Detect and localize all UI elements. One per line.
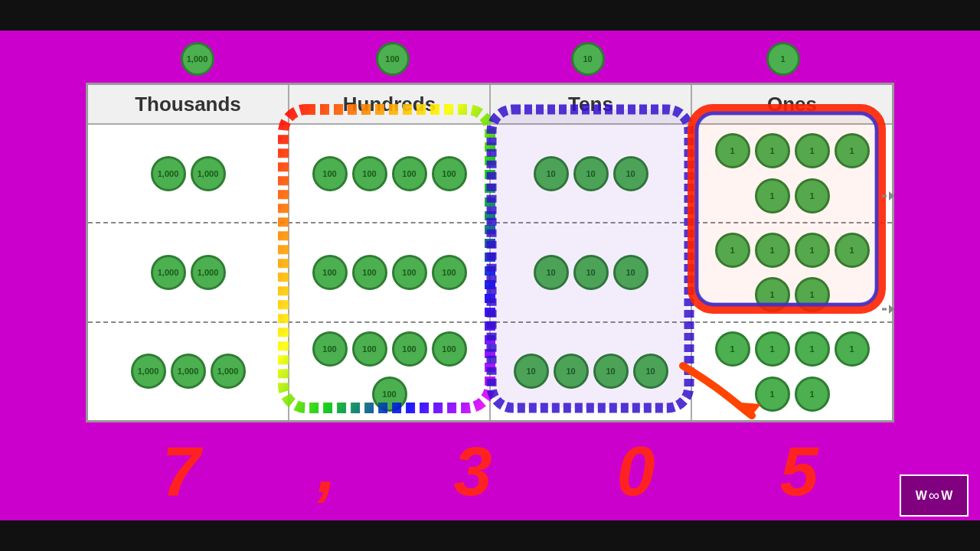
pv-coin: 100 — [392, 255, 427, 290]
cell-r3-thousands: 1,000 1,000 1,000 — [88, 323, 289, 420]
place-value-table: Thousands Hundreds Tens Ones 1,000 1,000… — [86, 83, 894, 422]
pv-coin: 10 — [534, 156, 569, 191]
cell-r2-tens: 10 10 10 — [491, 223, 692, 321]
comma-separator: , — [317, 429, 336, 514]
top-coin-tens: 10 — [571, 42, 605, 76]
cell-r1-thousands: 1,000 1,000 — [88, 125, 289, 222]
pv-coin: 1 — [835, 233, 870, 268]
pv-coin: 1,000 — [211, 354, 246, 389]
pv-coin: 1 — [755, 377, 790, 412]
pv-coin: 1 — [835, 331, 870, 367]
pv-coin: 10 — [613, 255, 648, 290]
digit-hundreds: 3 — [453, 432, 492, 511]
pv-coin: 1 — [795, 233, 830, 268]
pv-coin: 1 — [795, 133, 830, 168]
top-coin-ones: 1 — [766, 42, 800, 76]
pv-coin: 100 — [352, 156, 387, 191]
pv-coin: 1 — [715, 331, 750, 367]
pv-coin: 100 — [312, 331, 348, 367]
col-header-hundreds: Hundreds — [289, 85, 491, 123]
pv-coin: 10 — [633, 354, 668, 389]
digit-tens: 0 — [616, 432, 655, 511]
pv-coin: 1,000 — [151, 255, 186, 290]
pv-coin: 10 — [573, 156, 609, 191]
pv-coin: 1,000 — [191, 255, 226, 290]
cell-r3-tens: 10 10 10 10 — [491, 323, 692, 420]
pv-coin: 100 — [372, 377, 407, 412]
logo: W ∞ W — [900, 474, 969, 517]
pv-coin: 1 — [755, 178, 790, 214]
pv-coin: 10 — [613, 156, 648, 191]
cell-r1-ones: 1 1 1 1 1 1 — [692, 125, 892, 222]
pv-coin: 1,000 — [191, 156, 226, 191]
logo-text-right: W — [941, 489, 952, 503]
cell-r2-thousands: 1,000 1,000 — [88, 223, 289, 321]
pv-coin: 1,000 — [131, 354, 166, 389]
pv-coin: 1 — [795, 331, 830, 367]
pv-coin: 100 — [392, 156, 427, 191]
col-header-tens: Tens — [491, 85, 692, 123]
pv-coin: 1 — [755, 277, 790, 312]
pv-coin: 100 — [432, 156, 467, 191]
pv-coin: 10 — [573, 255, 609, 290]
top-coin-hundreds: 100 — [376, 42, 410, 76]
pv-coin: 1 — [795, 277, 830, 312]
logo-inner: W ∞ W — [916, 487, 952, 504]
pv-coin: 1 — [715, 133, 750, 168]
pv-coin: 1,000 — [171, 354, 206, 389]
black-bar-bottom — [0, 520, 980, 551]
table-row-1: 1,000 1,000 100 100 100 100 10 10 10 1 1… — [88, 125, 892, 223]
pv-coin: 1 — [755, 331, 790, 367]
pv-coin: 100 — [352, 255, 387, 290]
cell-r2-hundreds: 100 100 100 100 — [289, 223, 491, 321]
top-coins-row: 1,000 100 10 1 — [0, 42, 980, 76]
table-row-2: 1,000 1,000 100 100 100 100 10 10 10 1 1… — [88, 223, 892, 322]
pv-coin: 100 — [432, 255, 467, 290]
cell-r3-ones: 1 1 1 1 1 1 — [692, 323, 892, 420]
logo-text-left: W — [916, 489, 927, 503]
pv-coin: 10 — [534, 255, 569, 290]
digit-ones: 5 — [779, 432, 818, 511]
cell-r3-hundreds: 100 100 100 100 100 — [289, 323, 491, 420]
black-bar-top — [0, 0, 980, 31]
pv-coin: 100 — [312, 255, 348, 290]
pv-coin: 1 — [795, 178, 830, 214]
top-coin-thousands: 1,000 — [181, 42, 214, 76]
cell-r1-tens: 10 10 10 — [491, 125, 692, 222]
cell-r1-hundreds: 100 100 100 100 — [289, 125, 491, 222]
cell-r2-ones: 1 1 1 1 1 1 — [692, 223, 892, 321]
pv-coin: 10 — [554, 354, 589, 389]
logo-infinity-symbol: ∞ — [929, 487, 939, 504]
col-header-thousands: Thousands — [88, 85, 289, 123]
table-row-3: 1,000 1,000 1,000 100 100 100 100 100 10… — [88, 323, 892, 420]
col-header-ones: Ones — [692, 85, 892, 123]
pv-coin: 100 — [352, 331, 387, 367]
pv-coin: 1 — [715, 233, 750, 268]
pv-coin: 10 — [514, 354, 549, 389]
table-header: Thousands Hundreds Tens Ones — [88, 85, 892, 125]
pv-coin: 1,000 — [151, 156, 186, 191]
pv-coin: 100 — [432, 331, 467, 367]
pv-coin: 1 — [755, 133, 790, 168]
bottom-numbers: 7 , 3 0 5 — [0, 429, 980, 514]
pv-coin: 1 — [795, 377, 830, 412]
pv-coin: 1 — [835, 133, 870, 168]
pv-coin: 100 — [392, 331, 427, 367]
pv-coin: 10 — [593, 354, 629, 389]
pv-coin: 1 — [755, 233, 790, 268]
pv-coin: 100 — [312, 156, 348, 191]
digit-thousands: 7 — [162, 432, 200, 511]
